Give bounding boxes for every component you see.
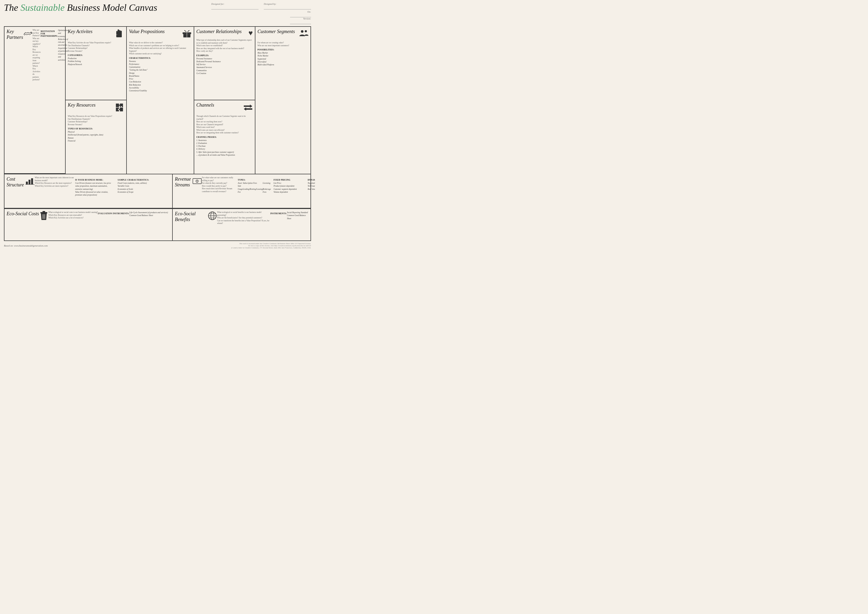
list-item: Segmented (257, 57, 308, 60)
eco-cost-section-title: EVALUATION INSTRUMENTS: (98, 212, 129, 238)
svg-rect-3 (116, 31, 118, 35)
designed-by-input[interactable] (264, 5, 311, 9)
eco-benefit-questions: What ecological or social benefits is ou… (217, 211, 270, 237)
channels-list: 1. Awareness2. Evaluation3. Purchase4. D… (196, 139, 253, 157)
globe-icon (208, 211, 217, 222)
list-item: 4. Delivery (196, 147, 253, 150)
svg-rect-4 (116, 35, 122, 37)
channels-cell: Channels Through which Channels do our C… (194, 100, 255, 174)
revenue-dynamic: DYNAMIC PRICING Negotiation (bargaining)… (308, 177, 315, 206)
list-item: Design (129, 72, 192, 74)
list-item: Brokerage Fees (263, 188, 271, 194)
list-item: Fixed Costs (salaries, rents, utilities) (118, 181, 170, 185)
svg-rect-2 (121, 31, 122, 35)
title-post: Business Model Canvas (65, 2, 157, 13)
list-item: "Getting the Job Done" (129, 68, 192, 71)
list-item: Price (129, 78, 192, 80)
vp-questions: What value do we deliver to the customer… (129, 42, 192, 56)
cost-title: Cost Structure (6, 177, 25, 188)
key-partners-section-title: MOTIVATION FOR PARTNERSHIPS: (41, 30, 58, 171)
list-item: Niche Market (257, 54, 308, 57)
channels-header: Channels (196, 102, 253, 113)
list-item: List Price (273, 181, 305, 185)
list-item: Platform/Network (68, 63, 124, 66)
page-title: The Sustainable Business Model Canvas (4, 3, 157, 13)
list-item: Real-time Market (308, 188, 315, 191)
trash-icon (39, 211, 48, 222)
revenue-dynamic-list: Negotiation (bargaining)Yield management… (308, 181, 315, 191)
designed-for-input[interactable] (211, 5, 259, 9)
eco-benefit-header: Eco-Social Benefits (175, 211, 217, 237)
list-item: Cost Reduction (129, 80, 192, 83)
cs-title: Customer Segments (257, 29, 295, 35)
designed-fields: Designed for: Designed by: (211, 3, 311, 9)
svg-rect-11 (31, 178, 33, 184)
customer-relationships-cell: Customer Relationships ♥ What type of re… (194, 27, 255, 100)
eco-benefit-title: Eco-Social Benefits (175, 211, 208, 222)
list-item: Co-Creation (196, 72, 253, 75)
revenue-fixed: FIXED PRICING List PriceProduct feature … (273, 177, 305, 206)
cs-list: Mass MarketNiche MarketSegmentedDiversif… (257, 51, 308, 66)
eco-row: Eco-Social Costs What ecological o (5, 209, 310, 240)
canvas: Key Partners Who are our Key Partners? W… (4, 26, 311, 241)
key-activities-header: Key Activites (68, 29, 124, 40)
hand-icon (115, 29, 124, 40)
list-item: Subscription Fees (243, 181, 263, 188)
on-input[interactable] (290, 13, 311, 17)
designed-by-group: Designed by: (264, 3, 311, 9)
header-right: Designed for: Designed by: On: Version: (211, 3, 311, 24)
channels-section-title: CHANNEL PHASES: (196, 136, 253, 138)
list-item: Common Good Balance Sheet (129, 214, 168, 217)
list-item: Diversified (257, 60, 308, 63)
cr-title: Customer Relationships (196, 29, 242, 35)
key-resources-cell: Key Resources What Key Resources do our … (66, 100, 126, 174)
cost-header: Cost Structure (6, 177, 35, 204)
cost-section-title: IS YOUR BUSINESS MORE: (75, 179, 112, 181)
list-item: Negotiation (bargaining) (308, 181, 315, 185)
cost-list: Cost Driven (leanest cost structure, low… (75, 181, 112, 196)
cs-section-title: POSSIBILITIES: (257, 48, 308, 51)
cost-structure-cell: Cost Structure What are the most importa… (5, 174, 173, 208)
on-version-block: On: Version: (290, 11, 311, 24)
cost-sample-list: Fixed Costs (salaries, rents, utilities)… (118, 181, 170, 194)
vp-title: Value Propositions (129, 29, 164, 35)
list-item: Production (68, 57, 124, 60)
eco-social-costs-cell: Eco-Social Costs What ecological o (5, 209, 173, 240)
list-item: Asset Sale (238, 181, 243, 188)
svg-rect-15 (42, 211, 45, 212)
heart-icon: ♥ (248, 29, 253, 37)
shuffle-icon (243, 102, 253, 113)
revenue-header: Revenue Streams (175, 177, 202, 204)
list-item: Product feature dependent (273, 185, 305, 188)
list-item: Lending/Renting/Leasing (243, 188, 263, 194)
list-item: 3. Purchase (196, 145, 253, 147)
key-resources-title: Key Resources (68, 102, 96, 108)
revenue-types-list: Asset SaleSubscription FeesLicensingUsag… (238, 181, 271, 194)
list-item: Personal Assistance (196, 57, 253, 60)
list-item: Dedicated Personal Assistance (196, 60, 253, 63)
chart-icon (25, 177, 35, 188)
key-activities-title: Key Activites (68, 29, 92, 35)
footer-based-on: Based on: www.businessmodelgeneration.co… (4, 244, 48, 247)
page: The Sustainable Business Model Canvas De… (0, 0, 315, 252)
cr-section-title: EXAMPLES: (196, 54, 253, 57)
list-item: Risk Reduction (129, 84, 192, 86)
list-item: Licensing (263, 181, 271, 188)
eco-benefit-list: Social Reporting StandardCommon Good Bal… (287, 211, 308, 238)
footer-license: This work is licensed under the Creative… (231, 243, 311, 249)
list-item: Self Service (196, 63, 253, 66)
svg-rect-0 (118, 29, 119, 35)
list-item: 1. Awareness (196, 139, 253, 142)
list-item: Customer segment dependent (273, 188, 305, 191)
gift-icon (182, 29, 192, 40)
svg-rect-9 (26, 181, 28, 185)
list-item: Usage Fee (238, 188, 243, 194)
cost-revenue-row: Cost Structure What are the most importa… (5, 174, 310, 209)
svg-rect-1 (119, 30, 121, 35)
vp-header: Value Propositions (129, 29, 192, 40)
activities-resources-col: Key Activites What Key Ac (66, 27, 127, 174)
version-input[interactable] (290, 20, 311, 24)
title-highlight: Sustainable (20, 2, 65, 13)
list-item: 2. Evaluation (196, 142, 253, 145)
vp-list: NewnessPerformanceCustomization"Getting … (129, 60, 192, 92)
